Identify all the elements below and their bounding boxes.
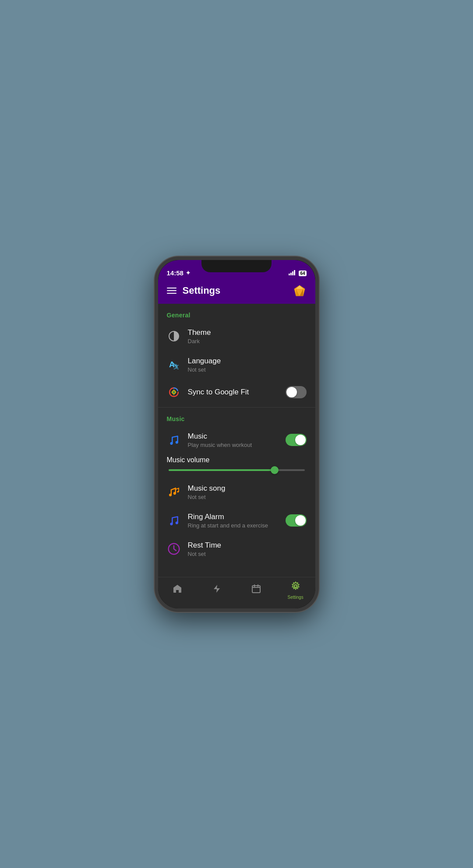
battery-display: 64 — [299, 271, 306, 276]
svg-rect-1 — [290, 273, 292, 275]
settings-content: General Theme Dark A — [158, 304, 315, 577]
svg-rect-0 — [289, 274, 290, 275]
music-volume-label: Music volume — [167, 456, 307, 464]
music-song-title: Music song — [188, 484, 307, 493]
rest-time-text: Rest Time Not set — [188, 541, 307, 557]
music-volume-slider[interactable] — [169, 469, 305, 471]
music-row[interactable]: Music Play music when workout — [158, 426, 315, 454]
status-right: 64 — [289, 270, 306, 277]
status-time: 14:58 ✦ — [167, 269, 191, 277]
google-fit-text: Sync to Google Fit — [188, 388, 279, 397]
svg-rect-3 — [294, 270, 295, 275]
rest-time-subtitle: Not set — [188, 551, 307, 557]
rest-time-row[interactable]: Rest Time Not set — [158, 535, 315, 563]
svg-rect-22 — [252, 586, 260, 593]
menu-button[interactable] — [167, 288, 176, 294]
signal-icon — [289, 270, 297, 277]
language-title: Language — [188, 357, 307, 365]
bottom-nav: Settings — [158, 577, 315, 608]
phone-notch — [201, 260, 272, 272]
svg-point-14 — [170, 442, 173, 445]
time-display: 14:58 — [167, 269, 184, 277]
header-left: Settings — [167, 285, 221, 296]
nav-settings[interactable]: Settings — [282, 581, 309, 600]
ring-alarm-subtitle: Ring at start and end a exercise — [188, 522, 279, 529]
svg-point-19 — [170, 523, 173, 525]
theme-row[interactable]: Theme Dark — [158, 322, 315, 351]
svg-rect-2 — [292, 271, 293, 275]
calendar-icon — [251, 583, 261, 597]
general-section-label: General — [158, 304, 315, 322]
svg-point-23 — [294, 585, 297, 587]
settings-icon — [290, 581, 301, 594]
language-text: Language Not set — [188, 357, 307, 373]
music-note-icon — [167, 433, 181, 447]
language-row[interactable]: A 文 Language Not set — [158, 351, 315, 379]
nav-calendar[interactable] — [243, 583, 269, 597]
theme-subtitle: Dark — [188, 338, 307, 344]
nav-home[interactable] — [164, 583, 191, 597]
music-song-row[interactable]: Music song Not set — [158, 478, 315, 506]
bolt-icon — [212, 583, 222, 597]
theme-title: Theme — [188, 328, 307, 337]
rest-time-icon — [167, 542, 181, 556]
google-fit-title: Sync to Google Fit — [188, 388, 279, 397]
sketch-icon — [293, 284, 307, 298]
language-icon: A 文 — [167, 358, 181, 372]
phone-frame: 14:58 ✦ 64 — [155, 257, 319, 612]
google-fit-icon — [167, 385, 181, 399]
svg-point-18 — [177, 491, 179, 493]
ring-alarm-toggle-container — [286, 514, 307, 527]
svg-point-15 — [175, 441, 178, 443]
ring-alarm-text: Ring Alarm Ring at start and end a exerc… — [188, 513, 279, 529]
svg-point-17 — [173, 492, 176, 495]
ring-alarm-row[interactable]: Ring Alarm Ring at start and end a exerc… — [158, 506, 315, 535]
music-section-label: Music — [158, 407, 315, 426]
theme-icon — [167, 329, 181, 343]
music-title: Music — [188, 432, 279, 441]
google-fit-toggle-container — [286, 386, 307, 398]
rest-time-title: Rest Time — [188, 541, 307, 550]
language-subtitle: Not set — [188, 366, 307, 373]
home-icon — [172, 583, 183, 597]
nav-settings-label: Settings — [288, 595, 304, 600]
wifi-icon: ✦ — [186, 270, 191, 276]
theme-text: Theme Dark — [188, 328, 307, 344]
google-fit-row[interactable]: Sync to Google Fit — [158, 379, 315, 405]
google-fit-toggle[interactable] — [286, 386, 307, 398]
music-volume-section: Music volume — [158, 454, 315, 478]
music-song-icon — [167, 485, 181, 499]
nav-workout[interactable] — [204, 583, 230, 597]
svg-point-16 — [169, 494, 171, 496]
music-song-subtitle: Not set — [188, 494, 307, 500]
ring-alarm-icon — [167, 513, 181, 527]
music-song-text: Music song Not set — [188, 484, 307, 500]
music-text: Music Play music when workout — [188, 432, 279, 448]
ring-alarm-toggle[interactable] — [286, 514, 307, 527]
music-subtitle: Play music when workout — [188, 442, 279, 448]
music-toggle-container — [286, 434, 307, 446]
phone-screen: 14:58 ✦ 64 — [158, 260, 315, 608]
app-header: Settings — [158, 279, 315, 304]
ring-alarm-title: Ring Alarm — [188, 513, 279, 521]
music-toggle[interactable] — [286, 434, 307, 446]
svg-point-20 — [175, 521, 178, 524]
page-title: Settings — [183, 285, 221, 296]
